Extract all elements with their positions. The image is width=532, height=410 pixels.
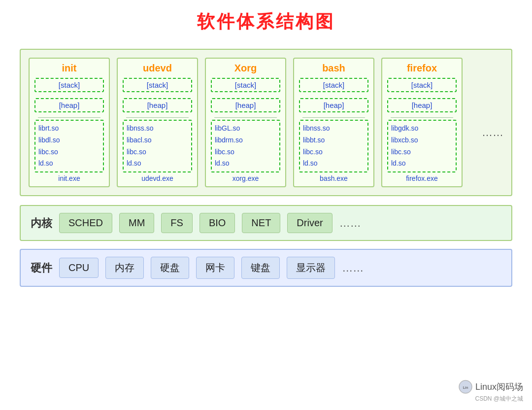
hardware-item-2: 硬盘 — [151, 257, 189, 279]
process-name: Xorg — [234, 63, 257, 74]
kernel-ellipsis: …… — [339, 217, 361, 230]
hardware-label: 硬件 — [31, 261, 52, 275]
kernel-label: 内核 — [31, 216, 52, 231]
process-name: firefox — [407, 63, 437, 74]
process-box-xorg: Xorg[stack][heap]libGL.solibdrm.solibc.s… — [205, 58, 286, 187]
lib-section: libgdk.solibxcb.solibc.sold.so — [387, 120, 457, 172]
lib-item: libacl.so — [127, 135, 188, 146]
heap-box: [heap] — [34, 98, 104, 112]
heap-box: [heap] — [211, 98, 280, 112]
lib-item: ld.so — [38, 158, 100, 170]
kernel-section: 内核 SCHEDMMFSBIONETDriver…… — [20, 205, 512, 241]
hardware-item-4: 键盘 — [241, 257, 280, 279]
lib-item: libnss.so — [127, 123, 188, 135]
exe-item: firefox.exe — [406, 174, 438, 182]
page-title: 软件体系结构图 — [197, 10, 335, 34]
process-name: init — [62, 63, 77, 74]
lib-item: libnss.so — [303, 123, 365, 135]
process-name: udevd — [143, 63, 172, 74]
stack-box: [stack] — [34, 78, 104, 92]
heap-box: [heap] — [299, 98, 368, 112]
hardware-section: 硬件 CPU内存硬盘网卡键盘显示器…… — [20, 249, 512, 287]
lib-item: ld.so — [127, 158, 188, 170]
watermark: Lin Linux阅码场 CSDN @城中之城 — [459, 380, 523, 403]
lib-item: libdl.so — [38, 135, 100, 146]
kernel-item-mm: MM — [119, 213, 154, 233]
watermark-logo: Lin — [459, 380, 472, 394]
watermark-top: Lin Linux阅码场 — [459, 380, 523, 394]
lib-item: libgdk.so — [391, 123, 453, 135]
process-box-firefox: firefox[stack][heap]libgdk.solibxcb.soli… — [381, 58, 463, 187]
lib-item: ld.so — [391, 158, 453, 170]
kernel-item-sched: SCHED — [59, 213, 112, 233]
kernel-item-bio: BIO — [200, 213, 235, 233]
hardware-item-0: CPU — [59, 258, 99, 278]
heap-box: [heap] — [123, 98, 192, 112]
lib-item: ld.so — [215, 158, 276, 170]
hardware-item-1: 内存 — [105, 257, 144, 279]
lib-item: libxcb.so — [391, 135, 453, 146]
lib-item: librt.so — [38, 123, 100, 135]
process-box-init: init[stack][heap]librt.solibdl.solibc.so… — [29, 58, 110, 187]
exe-item: bash.exe — [320, 174, 348, 182]
exe-item: udevd.exe — [141, 174, 173, 182]
kernel-item-driver: Driver — [287, 213, 332, 233]
watermark-site: Linux阅码场 — [475, 381, 523, 393]
heap-box: [heap] — [387, 98, 457, 112]
lib-item: libGL.so — [215, 123, 276, 135]
svg-text:Lin: Lin — [463, 385, 468, 390]
lib-item: libc.so — [215, 146, 276, 158]
lib-item: libc.so — [303, 146, 365, 158]
lib-section: libGL.solibdrm.solibc.sold.so — [211, 120, 280, 172]
hardware-item-5: 显示器 — [287, 257, 335, 279]
stack-box: [stack] — [299, 78, 368, 92]
exe-item: init.exe — [58, 174, 80, 182]
watermark-source: CSDN @城中之城 — [475, 395, 523, 403]
exe-item: xorg.exe — [233, 174, 259, 182]
stack-box: [stack] — [387, 78, 457, 92]
lib-section: libnss.solibacl.solibc.sold.so — [123, 120, 192, 172]
lib-section: libnss.solibbt.solibc.sold.so — [299, 120, 368, 172]
kernel-item-net: NET — [242, 213, 280, 233]
lib-item: libbt.so — [303, 135, 365, 146]
stack-box: [stack] — [211, 78, 280, 92]
lib-section: librt.solibdl.solibc.sold.so — [34, 120, 104, 172]
lib-item: ld.so — [303, 158, 365, 170]
process-ellipsis: …… — [482, 126, 503, 139]
lib-item: libdrm.so — [215, 135, 276, 146]
lib-item: libc.so — [391, 146, 453, 158]
stack-box: [stack] — [123, 78, 192, 92]
lib-item: libc.so — [38, 146, 100, 158]
kernel-item-fs: FS — [161, 213, 193, 233]
process-box-bash: bash[stack][heap]libnss.solibbt.solibc.s… — [293, 58, 374, 187]
main-container: 软件体系结构图 init[stack][heap]librt.solibdl.s… — [0, 0, 532, 410]
lib-item: libc.so — [127, 146, 188, 158]
process-name: bash — [322, 63, 345, 74]
hardware-item-3: 网卡 — [196, 257, 234, 279]
process-section: init[stack][heap]librt.solibdl.solibc.so… — [20, 49, 512, 196]
process-box-udevd: udevd[stack][heap]libnss.solibacl.solibc… — [117, 58, 198, 187]
hardware-ellipsis: …… — [342, 262, 364, 274]
